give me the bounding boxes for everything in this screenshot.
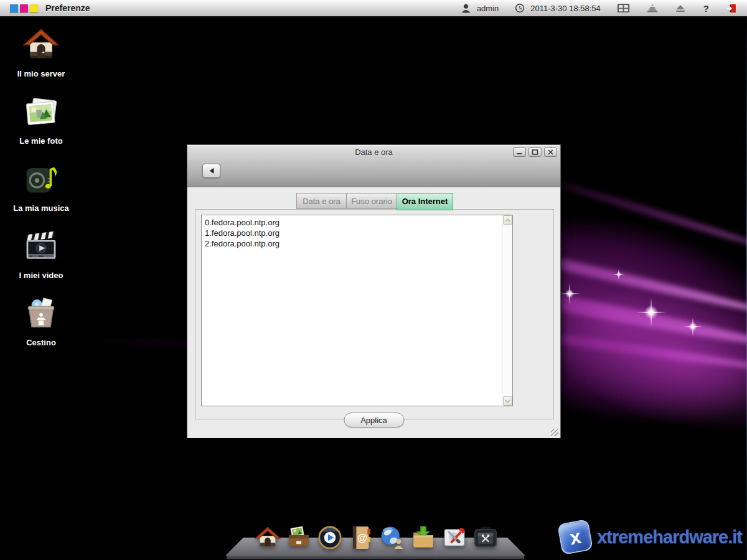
desktop-icon-my-server[interactable]: Il mio server <box>10 26 72 78</box>
logged-in-user[interactable]: admin <box>477 4 499 13</box>
user-icon <box>461 3 471 14</box>
watermark: x xtremehardware.it <box>560 521 742 553</box>
desktop-icon-label: Le mie foto <box>10 136 72 146</box>
maximize-icon <box>532 149 538 155</box>
brand-logo-icon <box>10 4 38 12</box>
logout-icon[interactable] <box>726 3 737 14</box>
contacts-icon: @ <box>347 524 375 551</box>
help-icon[interactable]: ? <box>702 3 710 14</box>
dock-item-web[interactable] <box>378 524 406 551</box>
desktop-icon-my-videos[interactable]: I miei video <box>10 228 72 280</box>
desktop-icon-label: I miei video <box>10 271 72 280</box>
web-icon <box>378 524 406 551</box>
music-icon <box>22 161 60 198</box>
dock-item-disk-utility[interactable] <box>441 524 468 551</box>
desktop-icon-my-photos[interactable]: Le mie foto <box>10 93 72 146</box>
ntp-server-row: 2.fedora.pool.ntp.org <box>205 238 512 249</box>
apply-button[interactable]: Applica <box>344 413 404 427</box>
clock-icon <box>515 3 525 13</box>
dock-platform-base <box>227 556 524 559</box>
ntp-server-row: 1.fedora.pool.ntp.org <box>205 228 512 238</box>
backup-device-icon <box>472 524 499 551</box>
sparkle <box>684 317 702 336</box>
home-icon <box>22 26 60 63</box>
desktop-icon-label: Il mio server <box>10 69 72 78</box>
list-scrollbar[interactable] <box>502 215 512 406</box>
ntp-groupbox: 0.fedora.pool.ntp.org 1.fedora.pool.ntp.… <box>195 209 554 419</box>
ntp-server-row: 0.fedora.pool.ntp.org <box>205 217 512 228</box>
sparkle <box>613 269 624 280</box>
home-icon <box>254 524 281 551</box>
chevron-up-icon <box>505 218 510 222</box>
dock-item-home[interactable] <box>254 524 281 551</box>
dock-item-media-player[interactable] <box>316 524 344 551</box>
window-body: Data e ora Fuso orario Ora Internet 0.fe… <box>187 187 560 438</box>
scroll-down-button[interactable] <box>503 396 512 406</box>
apps-grid-icon[interactable] <box>617 3 630 13</box>
media-player-icon <box>316 524 344 551</box>
ntp-server-list[interactable]: 0.fedora.pool.ntp.org 1.fedora.pool.ntp.… <box>201 215 513 406</box>
network-places-icon[interactable] <box>646 4 659 13</box>
dock-item-download[interactable] <box>410 524 437 551</box>
tab-fuso-orario[interactable]: Fuso orario <box>346 193 397 209</box>
dock-item-contacts[interactable]: @ <box>347 524 375 551</box>
chevron-down-icon <box>505 399 510 403</box>
tab-ora-internet[interactable]: Ora Internet <box>397 193 453 210</box>
maximize-button[interactable] <box>529 147 542 157</box>
desktop-icon-my-music[interactable]: La mia musica <box>10 161 72 213</box>
eject-icon[interactable] <box>675 4 686 13</box>
close-icon <box>547 149 554 155</box>
window-titlebar[interactable]: Data e ora <box>187 145 560 187</box>
svg-text:@: @ <box>357 532 367 543</box>
desktop-icon-label: Cestino <box>10 338 72 347</box>
back-button[interactable] <box>202 164 220 178</box>
trash-icon <box>22 295 60 332</box>
sparkle <box>559 283 580 304</box>
desktop-icon-column: Il mio server Le mie foto <box>10 26 72 362</box>
photo-box-icon <box>285 524 312 551</box>
minimize-button[interactable] <box>513 147 526 157</box>
disk-utility-icon <box>441 524 468 551</box>
dock: @ <box>225 534 525 560</box>
desktop-icon-label: La mia musica <box>10 203 72 213</box>
date-time-dialog: Data e ora Data e ora Fuso orario Ora In… <box>187 144 561 438</box>
app-title: Preferenze <box>45 3 90 13</box>
scroll-up-button[interactable] <box>503 215 512 225</box>
resize-grip[interactable] <box>551 429 558 436</box>
photos-icon <box>22 93 60 131</box>
dock-item-photos[interactable] <box>285 524 312 551</box>
close-button[interactable] <box>544 147 557 157</box>
videos-icon <box>22 228 60 265</box>
sparkle <box>636 297 666 327</box>
back-arrow-icon <box>209 167 215 174</box>
download-folder-icon <box>410 524 437 551</box>
xtremehardware-logo-icon: x <box>557 519 593 555</box>
tab-data-e-ora[interactable]: Data e ora <box>296 193 347 209</box>
window-title: Data e ora <box>187 145 560 159</box>
top-menubar: Preferenze admin 2011-3-30 18:58:54 ? <box>0 0 747 17</box>
settings-tabs: Data e ora Fuso orario Ora Internet <box>296 193 453 210</box>
watermark-text: xtremehardware.it <box>597 527 742 548</box>
dock-item-backup[interactable] <box>472 524 499 551</box>
minimize-icon <box>516 149 523 155</box>
desktop-icon-trash[interactable]: Cestino <box>10 295 72 347</box>
system-datetime: 2011-3-30 18:58:54 <box>530 4 601 13</box>
